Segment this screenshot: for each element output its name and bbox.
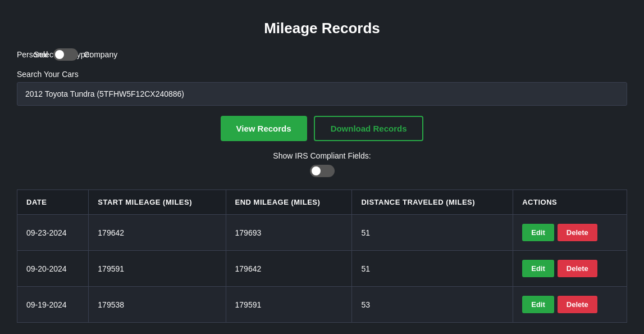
cell-end-mileage: 179693 bbox=[226, 215, 352, 251]
cell-date: 09-20-2024 bbox=[17, 251, 89, 287]
col-distance: DISTANCE TRAVELED (MILES) bbox=[352, 190, 513, 215]
edit-button[interactable]: Edit bbox=[522, 260, 554, 277]
cell-actions: EditDelete bbox=[513, 215, 627, 251]
car-type-toggle-group: Personal Company bbox=[17, 48, 117, 61]
cell-date: 09-23-2024 bbox=[17, 215, 89, 251]
cell-date: 09-19-2024 bbox=[17, 287, 89, 323]
delete-button[interactable]: Delete bbox=[558, 224, 597, 241]
cell-distance: 51 bbox=[352, 215, 513, 251]
cell-distance: 51 bbox=[352, 251, 513, 287]
table-row: 09-20-202417959117964251EditDelete bbox=[17, 251, 627, 287]
cell-actions: EditDelete bbox=[513, 251, 627, 287]
table-header-row: DATE START MILEAGE (MILES) END MILEAGE (… bbox=[17, 190, 627, 215]
cell-end-mileage: 179642 bbox=[226, 251, 352, 287]
table-row: 09-23-202417964217969351EditDelete bbox=[17, 215, 627, 251]
car-type-section: Select Car Type: Personal Company bbox=[17, 48, 627, 61]
edit-button[interactable]: Edit bbox=[522, 296, 554, 313]
col-end-mileage: END MILEAGE (MILES) bbox=[226, 190, 352, 215]
buttons-row: View Records Download Records bbox=[17, 116, 627, 141]
cell-start-mileage: 179591 bbox=[89, 251, 226, 287]
cell-actions: EditDelete bbox=[513, 287, 627, 323]
col-date: DATE bbox=[17, 190, 89, 215]
table-row: 09-19-202417953817959153EditDelete bbox=[17, 287, 627, 323]
col-start-mileage: START MILEAGE (MILES) bbox=[89, 190, 226, 215]
irs-slider bbox=[310, 165, 335, 177]
car-type-toggle[interactable] bbox=[53, 48, 78, 61]
page-title: Mileage Records bbox=[17, 11, 627, 48]
delete-button[interactable]: Delete bbox=[558, 260, 597, 277]
search-label: Search Your Cars bbox=[17, 70, 627, 79]
irs-toggle[interactable] bbox=[310, 165, 335, 177]
car-type-slider bbox=[53, 48, 78, 61]
edit-button[interactable]: Edit bbox=[522, 224, 554, 241]
search-input[interactable] bbox=[17, 82, 627, 106]
col-actions: ACTIONS bbox=[513, 190, 627, 215]
records-table: DATE START MILEAGE (MILES) END MILEAGE (… bbox=[17, 189, 627, 323]
cell-start-mileage: 179538 bbox=[89, 287, 226, 323]
irs-section: Show IRS Compliant Fields: bbox=[17, 151, 627, 177]
page-container: Mileage Records Select Car Type: Persona… bbox=[0, 0, 644, 334]
search-section: Search Your Cars bbox=[17, 70, 627, 106]
delete-button[interactable]: Delete bbox=[558, 296, 597, 313]
view-records-button[interactable]: View Records bbox=[221, 116, 307, 141]
irs-label: Show IRS Compliant Fields: bbox=[273, 151, 371, 160]
download-records-button[interactable]: Download Records bbox=[314, 116, 424, 141]
cell-end-mileage: 179591 bbox=[226, 287, 352, 323]
cell-start-mileage: 179642 bbox=[89, 215, 226, 251]
cell-distance: 53 bbox=[352, 287, 513, 323]
